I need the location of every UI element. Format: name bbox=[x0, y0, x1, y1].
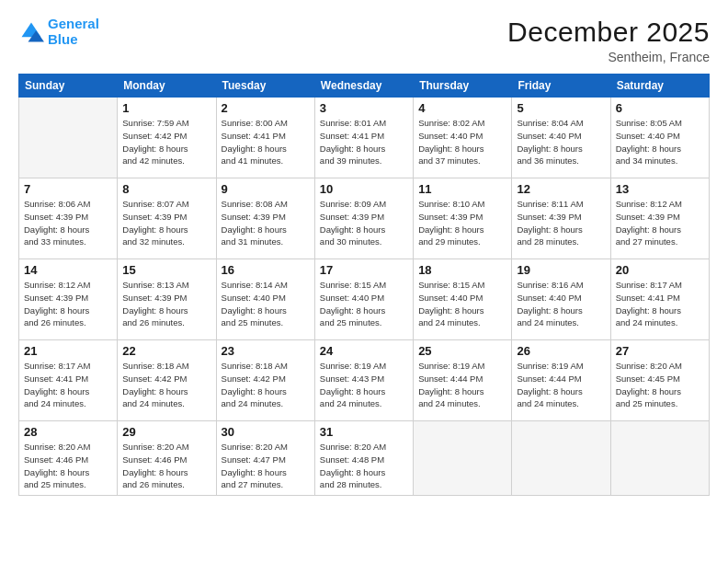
day-number: 5 bbox=[517, 101, 605, 115]
day-info: Sunrise: 8:11 AM Sunset: 4:39 PM Dayligh… bbox=[517, 198, 605, 248]
day-number: 19 bbox=[517, 263, 605, 277]
day-number: 2 bbox=[222, 101, 310, 115]
calendar-week-row: 28Sunrise: 8:20 AM Sunset: 4:46 PM Dayli… bbox=[19, 421, 710, 496]
header: General Blue December 2025 Sentheim, Fra… bbox=[18, 17, 710, 64]
day-info: Sunrise: 8:16 AM Sunset: 4:40 PM Dayligh… bbox=[517, 279, 605, 329]
day-info: Sunrise: 8:06 AM Sunset: 4:39 PM Dayligh… bbox=[24, 198, 112, 248]
calendar-cell: 14Sunrise: 8:12 AM Sunset: 4:39 PM Dayli… bbox=[19, 259, 118, 340]
day-number: 24 bbox=[320, 344, 408, 358]
calendar-cell: 22Sunrise: 8:18 AM Sunset: 4:42 PM Dayli… bbox=[118, 340, 216, 421]
calendar-cell: 24Sunrise: 8:19 AM Sunset: 4:43 PM Dayli… bbox=[314, 340, 413, 421]
day-info: Sunrise: 8:00 AM Sunset: 4:41 PM Dayligh… bbox=[222, 117, 310, 167]
calendar-cell: 27Sunrise: 8:20 AM Sunset: 4:45 PM Dayli… bbox=[610, 340, 709, 421]
day-info: Sunrise: 8:18 AM Sunset: 4:42 PM Dayligh… bbox=[222, 360, 310, 410]
calendar-cell bbox=[512, 421, 610, 496]
calendar-week-row: 14Sunrise: 8:12 AM Sunset: 4:39 PM Dayli… bbox=[19, 259, 710, 340]
day-number: 23 bbox=[222, 344, 310, 358]
day-number: 18 bbox=[418, 263, 506, 277]
day-info: Sunrise: 8:01 AM Sunset: 4:41 PM Dayligh… bbox=[320, 117, 408, 167]
day-info: Sunrise: 8:12 AM Sunset: 4:39 PM Dayligh… bbox=[24, 279, 112, 329]
day-info: Sunrise: 8:13 AM Sunset: 4:39 PM Dayligh… bbox=[122, 279, 210, 329]
day-info: Sunrise: 8:20 AM Sunset: 4:46 PM Dayligh… bbox=[24, 441, 112, 491]
day-info: Sunrise: 8:20 AM Sunset: 4:48 PM Dayligh… bbox=[320, 441, 408, 491]
day-info: Sunrise: 8:09 AM Sunset: 4:39 PM Dayligh… bbox=[320, 198, 408, 248]
day-number: 4 bbox=[418, 101, 506, 115]
calendar-weekday-monday: Monday bbox=[118, 75, 216, 98]
month-title: December 2025 bbox=[507, 17, 710, 48]
day-number: 7 bbox=[24, 182, 112, 196]
day-info: Sunrise: 8:19 AM Sunset: 4:44 PM Dayligh… bbox=[418, 360, 506, 410]
calendar-cell: 9Sunrise: 8:08 AM Sunset: 4:39 PM Daylig… bbox=[216, 178, 314, 259]
calendar-cell: 23Sunrise: 8:18 AM Sunset: 4:42 PM Dayli… bbox=[216, 340, 314, 421]
day-info: Sunrise: 8:07 AM Sunset: 4:39 PM Dayligh… bbox=[122, 198, 210, 248]
calendar-cell: 17Sunrise: 8:15 AM Sunset: 4:40 PM Dayli… bbox=[314, 259, 413, 340]
calendar-cell: 2Sunrise: 8:00 AM Sunset: 4:41 PM Daylig… bbox=[216, 98, 314, 178]
day-info: Sunrise: 8:17 AM Sunset: 4:41 PM Dayligh… bbox=[616, 279, 704, 329]
day-number: 1 bbox=[122, 101, 210, 115]
calendar-week-row: 1Sunrise: 7:59 AM Sunset: 4:42 PM Daylig… bbox=[19, 98, 710, 178]
calendar-weekday-tuesday: Tuesday bbox=[216, 75, 314, 98]
day-number: 29 bbox=[122, 425, 210, 439]
calendar-weekday-wednesday: Wednesday bbox=[314, 75, 413, 98]
calendar-cell: 3Sunrise: 8:01 AM Sunset: 4:41 PM Daylig… bbox=[314, 98, 413, 178]
day-number: 12 bbox=[517, 182, 605, 196]
calendar-weekday-saturday: Saturday bbox=[610, 75, 709, 98]
calendar-cell bbox=[414, 421, 512, 496]
day-number: 10 bbox=[320, 182, 408, 196]
day-info: Sunrise: 8:15 AM Sunset: 4:40 PM Dayligh… bbox=[418, 279, 506, 329]
day-info: Sunrise: 8:04 AM Sunset: 4:40 PM Dayligh… bbox=[517, 117, 605, 167]
logo-line1: General bbox=[48, 16, 99, 31]
calendar-cell: 13Sunrise: 8:12 AM Sunset: 4:39 PM Dayli… bbox=[610, 178, 709, 259]
day-info: Sunrise: 8:20 AM Sunset: 4:45 PM Dayligh… bbox=[616, 360, 704, 410]
calendar-cell: 8Sunrise: 8:07 AM Sunset: 4:39 PM Daylig… bbox=[118, 178, 216, 259]
calendar-cell: 12Sunrise: 8:11 AM Sunset: 4:39 PM Dayli… bbox=[512, 178, 610, 259]
day-number: 20 bbox=[616, 263, 704, 277]
calendar-cell bbox=[19, 98, 118, 178]
day-info: Sunrise: 8:02 AM Sunset: 4:40 PM Dayligh… bbox=[418, 117, 506, 167]
calendar-cell: 7Sunrise: 8:06 AM Sunset: 4:39 PM Daylig… bbox=[19, 178, 118, 259]
day-info: Sunrise: 8:19 AM Sunset: 4:44 PM Dayligh… bbox=[517, 360, 605, 410]
day-info: Sunrise: 8:05 AM Sunset: 4:40 PM Dayligh… bbox=[616, 117, 704, 167]
calendar-weekday-thursday: Thursday bbox=[414, 75, 512, 98]
day-number: 16 bbox=[222, 263, 310, 277]
page: General Blue December 2025 Sentheim, Fra… bbox=[0, 0, 728, 563]
day-number: 9 bbox=[222, 182, 310, 196]
day-number: 8 bbox=[122, 182, 210, 196]
calendar-weekday-sunday: Sunday bbox=[19, 75, 118, 98]
calendar-header-row: SundayMondayTuesdayWednesdayThursdayFrid… bbox=[19, 75, 710, 98]
calendar-cell: 11Sunrise: 8:10 AM Sunset: 4:39 PM Dayli… bbox=[414, 178, 512, 259]
location-subtitle: Sentheim, France bbox=[507, 50, 710, 64]
day-info: Sunrise: 8:12 AM Sunset: 4:39 PM Dayligh… bbox=[616, 198, 704, 248]
day-number: 15 bbox=[122, 263, 210, 277]
logo: General Blue bbox=[18, 17, 99, 47]
calendar-cell: 5Sunrise: 8:04 AM Sunset: 4:40 PM Daylig… bbox=[512, 98, 610, 178]
calendar-cell bbox=[610, 421, 709, 496]
day-number: 31 bbox=[320, 425, 408, 439]
day-number: 3 bbox=[320, 101, 408, 115]
calendar-cell: 28Sunrise: 8:20 AM Sunset: 4:46 PM Dayli… bbox=[19, 421, 118, 496]
day-number: 21 bbox=[24, 344, 112, 358]
day-number: 22 bbox=[122, 344, 210, 358]
day-info: Sunrise: 8:18 AM Sunset: 4:42 PM Dayligh… bbox=[122, 360, 210, 410]
day-number: 26 bbox=[517, 344, 605, 358]
day-number: 30 bbox=[222, 425, 310, 439]
logo-icon bbox=[18, 19, 44, 45]
day-info: Sunrise: 8:10 AM Sunset: 4:39 PM Dayligh… bbox=[418, 198, 506, 248]
calendar-cell: 19Sunrise: 8:16 AM Sunset: 4:40 PM Dayli… bbox=[512, 259, 610, 340]
day-number: 17 bbox=[320, 263, 408, 277]
day-info: Sunrise: 8:20 AM Sunset: 4:47 PM Dayligh… bbox=[222, 441, 310, 491]
calendar-cell: 1Sunrise: 7:59 AM Sunset: 4:42 PM Daylig… bbox=[118, 98, 216, 178]
logo-line2: Blue bbox=[48, 32, 99, 48]
day-info: Sunrise: 7:59 AM Sunset: 4:42 PM Dayligh… bbox=[122, 117, 210, 167]
title-block: December 2025 Sentheim, France bbox=[507, 17, 710, 64]
day-info: Sunrise: 8:17 AM Sunset: 4:41 PM Dayligh… bbox=[24, 360, 112, 410]
calendar-cell: 4Sunrise: 8:02 AM Sunset: 4:40 PM Daylig… bbox=[414, 98, 512, 178]
day-number: 14 bbox=[24, 263, 112, 277]
calendar-cell: 29Sunrise: 8:20 AM Sunset: 4:46 PM Dayli… bbox=[118, 421, 216, 496]
calendar-cell: 21Sunrise: 8:17 AM Sunset: 4:41 PM Dayli… bbox=[19, 340, 118, 421]
day-number: 28 bbox=[24, 425, 112, 439]
calendar-cell: 31Sunrise: 8:20 AM Sunset: 4:48 PM Dayli… bbox=[314, 421, 413, 496]
calendar-cell: 16Sunrise: 8:14 AM Sunset: 4:40 PM Dayli… bbox=[216, 259, 314, 340]
day-info: Sunrise: 8:20 AM Sunset: 4:46 PM Dayligh… bbox=[122, 441, 210, 491]
day-number: 27 bbox=[616, 344, 704, 358]
